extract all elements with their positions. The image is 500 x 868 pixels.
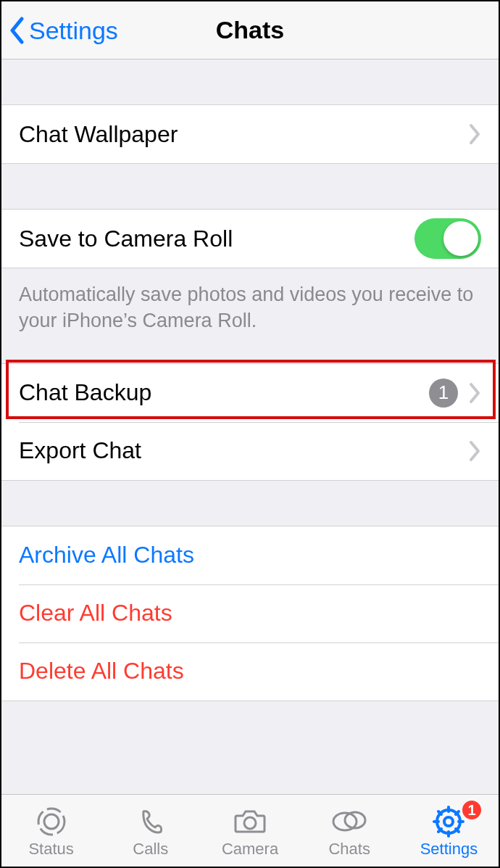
group-backup-export: Chat Backup 1 Export Chat [1, 363, 499, 481]
help-text-save-camera: Automatically save photos and videos you… [1, 268, 499, 334]
section-spacer [1, 164, 499, 209]
chevron-right-icon [468, 123, 481, 145]
group-wallpaper: Chat Wallpaper [1, 104, 499, 164]
row-chat-backup[interactable]: Chat Backup 1 [1, 364, 499, 422]
page-title: Chats [216, 16, 284, 44]
row-label: Export Chat [19, 437, 468, 464]
group-actions: Archive All Chats Clear All Chats Delete… [1, 526, 499, 701]
chevron-left-icon [9, 17, 25, 44]
section-spacer [1, 481, 499, 526]
row-label: Chat Wallpaper [19, 121, 468, 148]
svg-point-14 [444, 817, 453, 826]
svg-point-2 [244, 817, 256, 829]
svg-point-1 [44, 814, 59, 829]
row-delete-all[interactable]: Delete All Chats [1, 642, 499, 700]
toggle-save-camera-roll[interactable] [414, 218, 481, 259]
tab-label: Chats [328, 840, 370, 859]
tab-chats[interactable]: Chats [300, 795, 399, 867]
svg-line-10 [438, 811, 441, 814]
tab-label: Camera [222, 840, 278, 859]
row-label: Delete All Chats [19, 658, 481, 685]
row-clear-all[interactable]: Clear All Chats [1, 584, 499, 642]
tab-label: Settings [420, 840, 478, 859]
row-label: Clear All Chats [19, 600, 481, 627]
tab-label: Status [28, 840, 73, 859]
svg-point-0 [38, 809, 64, 835]
tab-camera[interactable]: Camera [200, 795, 299, 867]
status-icon [36, 803, 67, 840]
row-save-camera-roll[interactable]: Save to Camera Roll [1, 210, 499, 268]
section-spacer [1, 59, 499, 104]
count-badge: 1 [429, 379, 458, 408]
svg-line-12 [438, 829, 441, 832]
row-archive-all[interactable]: Archive All Chats [1, 526, 499, 584]
section-spacer [1, 334, 499, 363]
back-button[interactable]: Settings [9, 1, 118, 59]
tab-calls[interactable]: Calls [101, 795, 200, 867]
back-label: Settings [29, 17, 118, 45]
tabbar: Status Calls Camera Chats [1, 794, 499, 867]
row-label: Save to Camera Roll [19, 226, 414, 252]
row-label: Chat Backup [19, 379, 429, 406]
navbar: Settings Chats [1, 1, 499, 59]
camera-icon [233, 803, 267, 840]
tab-status[interactable]: Status [1, 795, 101, 867]
row-chat-wallpaper[interactable]: Chat Wallpaper [1, 105, 499, 163]
screen: Settings Chats Chat Wallpaper Save to Ca… [0, 0, 500, 868]
notification-badge: 1 [461, 799, 483, 821]
chevron-right-icon [468, 440, 481, 462]
phone-icon [135, 803, 167, 840]
chevron-right-icon [468, 382, 481, 404]
row-export-chat[interactable]: Export Chat [1, 422, 499, 480]
svg-line-11 [456, 829, 459, 832]
toggle-knob [443, 221, 478, 256]
chats-icon [330, 803, 368, 840]
row-label: Archive All Chats [19, 542, 481, 569]
group-save-camera: Save to Camera Roll [1, 209, 499, 268]
tab-label: Calls [133, 840, 168, 859]
tab-settings[interactable]: Settings 1 [399, 795, 499, 867]
svg-line-13 [456, 811, 459, 814]
